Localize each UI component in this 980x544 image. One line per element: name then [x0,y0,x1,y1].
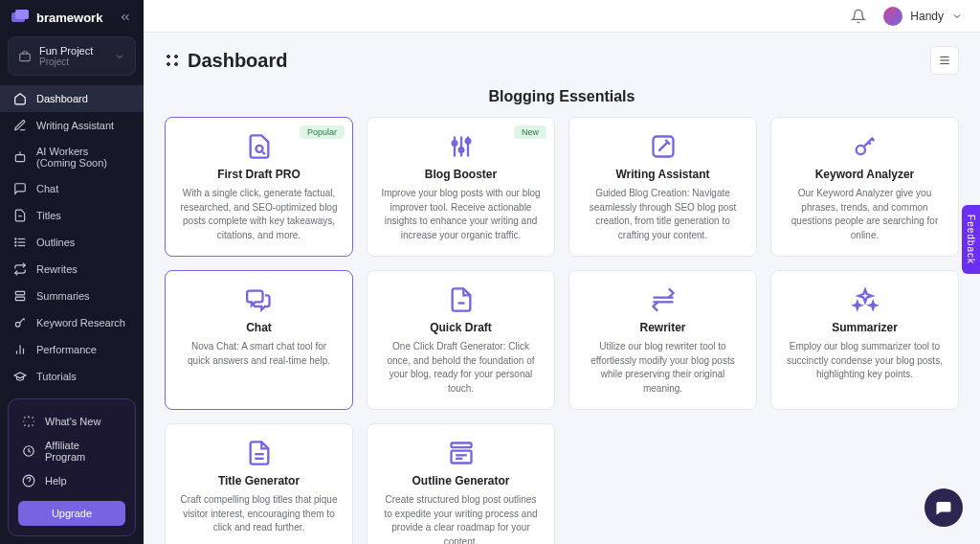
sliders-icon [448,133,475,160]
nav-outlines[interactable]: Outlines [0,229,144,256]
card-first-draft-pro[interactable]: Popular First Draft PRO With a single cl… [165,117,353,257]
card-title: Title Generator [218,474,300,487]
card-title: Keyword Analyzer [815,168,915,181]
nav-label: AI Workers (Coming Soon) [36,146,130,169]
nav-help[interactable]: Help [18,468,125,493]
view-menu-button[interactable] [930,46,959,75]
svg-rect-10 [15,297,24,301]
svg-point-7 [15,242,16,243]
chevrons-left-icon [119,11,132,24]
card-desc: Utilize our blog rewriter tool to effort… [583,340,743,396]
edit-icon [13,119,27,132]
page-head: Dashboard [165,46,959,75]
sparkles-icon [852,286,879,313]
nav-label: Outlines [36,237,75,248]
nav-titles[interactable]: Titles [0,202,144,229]
nav-label: Summaries [36,290,90,302]
outline-icon [448,440,475,466]
card-title: First Draft PRO [217,168,301,181]
key-icon [852,133,879,160]
svg-point-16 [23,475,34,487]
card-title-generator[interactable]: Title Generator Craft compelling blog ti… [165,423,353,544]
gift-icon [22,444,35,458]
upgrade-button[interactable]: Upgrade [18,501,125,526]
card-desc: One Click Draft Generator: Click once, a… [381,340,541,396]
card-desc: Nova Chat: A smart chat tool for quick a… [179,340,339,368]
nav-label: Dashboard [36,93,88,104]
swap-icon [650,286,677,313]
key-icon [13,316,27,329]
card-outline-generator[interactable]: Outline Generator Create structured blog… [367,423,555,544]
svg-rect-33 [451,443,471,448]
nav-chat[interactable]: Chat [0,175,144,202]
sidebar-bottom: What's New Affiliate Program Help Upgrad… [8,398,136,536]
card-title: Chat [246,321,272,334]
notifications-button[interactable] [851,9,866,24]
topbar: Handy [144,0,980,33]
nav-label: Writing Assistant [36,120,114,131]
support-chat-fab[interactable] [924,488,963,527]
brand-mark-icon [11,10,31,25]
user-menu[interactable]: Handy [883,7,963,26]
card-blog-booster[interactable]: New Blog Booster Improve your blog posts… [367,117,555,257]
bell-icon [851,9,866,24]
nav-tutorials[interactable]: Tutorials [0,363,144,390]
badge-popular: Popular [300,125,345,139]
card-title: Writing Assistant [615,168,709,181]
svg-point-21 [256,146,262,152]
card-chat[interactable]: Chat Nova Chat: A smart chat tool for qu… [165,270,353,410]
nav-affiliate[interactable]: Affiliate Program [18,434,125,468]
card-rewriter[interactable]: Rewriter Utilize our blog rewriter tool … [568,270,757,410]
document-icon [246,133,273,160]
nav-writing-assistant[interactable]: Writing Assistant [0,112,144,139]
nav-ai-workers[interactable]: AI Workers (Coming Soon) [0,139,144,175]
card-desc: Guided Blog Creation: Navigate seamlessl… [583,187,743,242]
nav-label: Rewrites [36,263,78,275]
card-desc: Employ our blog summarizer tool to succi… [785,340,945,382]
page-title: Dashboard [188,50,287,72]
layers-icon [13,289,27,303]
card-keyword-analyzer[interactable]: Keyword Analyzer Our Keyword Analyzer gi… [770,117,959,257]
card-title: Outline Generator [412,474,509,487]
chart-icon [13,343,27,356]
project-sub: Project [39,57,106,67]
grid-icon [165,53,180,68]
card-title: Summarizer [832,321,898,334]
card-writing-assistant[interactable]: Writing Assistant Guided Blog Creation: … [568,117,757,257]
svg-rect-34 [451,451,471,464]
menu-icon [938,54,951,67]
card-desc: Craft compelling blog titles that pique … [179,493,339,535]
avatar [883,7,902,26]
card-title: Rewriter [639,321,685,334]
nav-label: Keyword Research [36,317,125,329]
sparkle-icon [22,415,35,428]
nav-performance[interactable]: Performance [0,336,144,363]
nav-label: Performance [36,344,97,355]
project-selector[interactable]: Fun Project Project [8,36,136,76]
nav-label: Tutorials [36,371,77,382]
file-text-icon [246,440,273,466]
nav-keyword-research[interactable]: Keyword Research [0,309,144,336]
nav-whats-new[interactable]: What's New [18,409,125,434]
user-name: Handy [910,10,944,23]
card-summarizer[interactable]: Summarizer Employ our blog summarizer to… [770,270,959,410]
nav-label: Help [45,475,67,487]
svg-rect-9 [15,291,24,295]
help-icon [22,474,35,487]
nav-rewrites[interactable]: Rewrites [0,256,144,283]
card-quick-draft[interactable]: Quick Draft One Click Draft Generator: C… [367,270,555,410]
svg-point-11 [15,323,20,328]
nav-label: Chat [36,183,58,194]
graduation-icon [13,370,27,383]
feedback-tab[interactable]: Feedback [962,205,980,274]
section-title: Blogging Essentials [165,88,959,105]
chevron-down-icon [114,51,125,62]
chat-icon [13,182,27,195]
nav-summaries[interactable]: Summaries [0,283,144,309]
nav-label: Affiliate Program [45,440,122,463]
brand[interactable]: bramework [11,10,102,25]
nav-dashboard[interactable]: Dashboard [0,85,144,112]
svg-rect-0 [20,54,31,61]
collapse-sidebar-button[interactable] [119,11,132,24]
card-title: Blog Booster [425,168,497,181]
